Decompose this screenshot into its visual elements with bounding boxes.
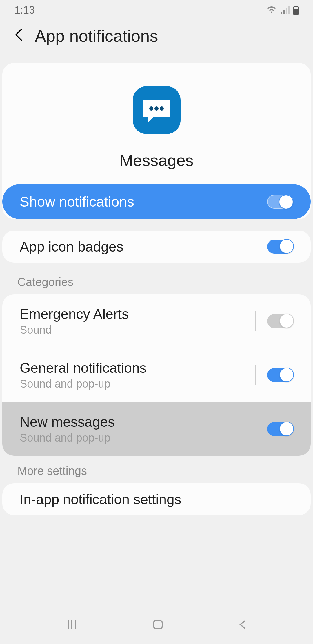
more-settings-section-header: More settings (0, 456, 313, 483)
in-app-notification-settings-label: In-app notification settings (20, 491, 181, 507)
divider (255, 365, 256, 385)
back-nav-button[interactable] (237, 617, 248, 633)
category-emergency-alerts[interactable]: Emergency Alerts Sound (2, 294, 311, 348)
svg-rect-2 (286, 8, 287, 14)
category-title: Emergency Alerts (20, 306, 129, 322)
divider (255, 419, 256, 439)
emergency-alerts-toggle[interactable] (267, 314, 293, 328)
svg-point-9 (160, 106, 164, 111)
messages-app-icon (133, 86, 181, 134)
svg-point-7 (149, 106, 153, 111)
show-notifications-toggle[interactable] (267, 195, 293, 209)
page-title: App notifications (35, 26, 158, 46)
home-button[interactable] (151, 617, 165, 633)
battery-icon (293, 6, 299, 15)
status-icons (266, 6, 299, 15)
in-app-notification-settings-row[interactable]: In-app notification settings (2, 483, 311, 515)
category-new-messages[interactable]: New messages Sound and pop-up (2, 402, 311, 456)
svg-rect-13 (154, 620, 162, 629)
svg-rect-6 (294, 9, 298, 14)
categories-section-header: Categories (0, 267, 313, 294)
new-messages-toggle[interactable] (267, 422, 293, 436)
app-icon-badges-toggle[interactable] (267, 240, 293, 254)
show-notifications-toggle-row[interactable]: Show notifications (2, 184, 311, 219)
recents-button[interactable] (65, 617, 79, 633)
status-bar: 1:13 (0, 0, 313, 20)
app-icon-badges-label: App icon badges (20, 239, 123, 255)
category-subtitle: Sound and pop-up (20, 378, 147, 390)
category-general-notifications[interactable]: General notifications Sound and pop-up (2, 348, 311, 402)
wifi-icon (266, 6, 277, 15)
page-header: App notifications (0, 20, 313, 60)
show-notifications-label: Show notifications (20, 193, 134, 210)
category-subtitle: Sound (20, 324, 129, 336)
status-time: 1:13 (14, 4, 35, 16)
category-title: New messages (20, 414, 115, 430)
app-icon-badges-row[interactable]: App icon badges (2, 231, 311, 263)
svg-rect-3 (288, 6, 290, 14)
app-info-card: Messages Show notifications (2, 63, 311, 219)
category-subtitle: Sound and pop-up (20, 432, 115, 444)
app-name: Messages (119, 151, 193, 170)
back-button[interactable] (14, 28, 23, 44)
navigation-bar (0, 606, 313, 644)
divider (255, 311, 256, 331)
signal-icon (281, 6, 290, 14)
svg-point-8 (154, 106, 159, 111)
general-notifications-toggle[interactable] (267, 368, 293, 382)
svg-rect-0 (281, 12, 282, 14)
categories-card: Emergency Alerts Sound General notificat… (2, 294, 311, 456)
category-title: General notifications (20, 360, 147, 376)
svg-rect-1 (283, 10, 285, 14)
